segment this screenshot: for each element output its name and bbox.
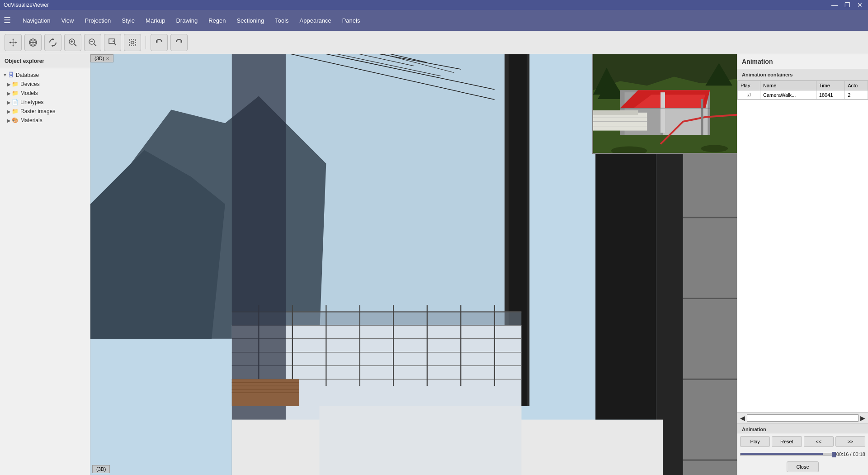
tree-item-linetypes[interactable]: ▶ 📄 Linetypes: [0, 98, 90, 107]
step-forward-button[interactable]: >>: [835, 436, 865, 447]
anim-row-name: CameraWalk...: [760, 90, 816, 100]
redo-button[interactable]: [170, 34, 188, 51]
viewport-tab: (3D) ✕: [90, 54, 113, 62]
materials-icon: 🎨: [12, 117, 19, 124]
anim-row-actors: 2: [845, 90, 868, 100]
object-explorer-panel: Object explorer ▼ 🗄 Database ▶ 📁 Devices…: [0, 54, 90, 475]
toolbar: [0, 31, 868, 54]
svg-rect-57: [232, 54, 286, 475]
zoom-out-button[interactable]: [84, 34, 101, 51]
viewport-thumbnail: [592, 54, 737, 154]
zoom-extents-button[interactable]: [124, 34, 141, 51]
animation-scroll-area: [737, 100, 868, 412]
viewport[interactable]: (3D) ✕: [90, 54, 737, 475]
thumbnail-svg: [593, 54, 737, 153]
menu-drawing[interactable]: Drawing: [171, 14, 202, 27]
animation-section-label: Animation: [737, 423, 868, 433]
svg-line-8: [94, 44, 96, 46]
pan-button[interactable]: [5, 34, 22, 51]
tree-item-materials[interactable]: ▶ 🎨 Materials: [0, 116, 90, 125]
menu-sectioning[interactable]: Sectioning: [232, 14, 269, 27]
tree-label-linetypes: Linetypes: [20, 99, 43, 105]
menu-regen[interactable]: Regen: [204, 14, 230, 27]
svg-rect-87: [701, 99, 703, 135]
tree-label-raster: Raster images: [20, 108, 55, 114]
animation-panel: Animation Animation containers Play Name…: [737, 54, 868, 475]
window-controls: — ❐ ✕: [830, 1, 864, 9]
anim-row-play[interactable]: ☑: [738, 90, 760, 100]
zoom-in-button[interactable]: [64, 34, 81, 51]
close-panel-button[interactable]: Close: [787, 461, 818, 472]
time-display: 00:16 / 00:18: [836, 451, 865, 457]
menu-view[interactable]: View: [57, 14, 78, 27]
timeline-right-arrow[interactable]: ▶: [860, 414, 865, 422]
separator-1: [146, 36, 146, 49]
progress-handle[interactable]: [832, 452, 836, 457]
tree-item-devices[interactable]: ▶ 📁 Devices: [0, 80, 90, 89]
expand-icon-linetypes: ▶: [7, 100, 11, 105]
menu-markup[interactable]: Markup: [141, 14, 170, 27]
animation-containers-label: Animation containers: [737, 69, 868, 81]
tree-label-devices: Devices: [20, 81, 40, 87]
animation-progress: 00:16 / 00:18: [737, 450, 868, 459]
animation-table-container: Play Name Time Acto ☑ CameraWalk... 1804…: [737, 81, 868, 100]
svg-rect-14: [129, 39, 136, 46]
reset-button[interactable]: Reset: [772, 436, 802, 447]
timeline-bar[interactable]: [747, 414, 859, 422]
models-icon: 📁: [12, 90, 19, 96]
svg-rect-30: [527, 54, 529, 406]
timeline-container: ◀ ▶: [737, 412, 868, 423]
anim-row-0[interactable]: ☑ CameraWalk... 18041 2: [738, 90, 868, 100]
col-time: Time: [816, 81, 844, 90]
tree-item-raster-images[interactable]: ▶ 📁 Raster images: [0, 107, 90, 116]
close-button[interactable]: ✕: [855, 1, 864, 9]
progress-bar[interactable]: [740, 453, 835, 456]
zoom-window-button[interactable]: [104, 34, 121, 51]
svg-rect-83: [593, 110, 638, 115]
rotate-button[interactable]: [44, 34, 61, 51]
database-icon: 🗄: [8, 71, 14, 78]
svg-point-86: [701, 145, 728, 152]
orbit-button[interactable]: [24, 34, 42, 51]
minimize-button[interactable]: —: [830, 1, 839, 9]
viewport-scene: (3D): [90, 54, 737, 475]
col-name: Name: [760, 81, 816, 90]
viewport-bottom-label: (3D): [92, 465, 110, 473]
linetypes-icon: 📄: [12, 99, 19, 105]
svg-rect-64: [319, 406, 521, 475]
undo-button[interactable]: [151, 34, 168, 51]
menu-appearance[interactable]: Appearance: [295, 14, 336, 27]
expand-icon-models: ▶: [7, 91, 11, 96]
progress-fill: [741, 453, 823, 455]
tree-label-models: Models: [20, 90, 38, 96]
tree-item-models[interactable]: ▶ 📁 Models: [0, 89, 90, 98]
timeline-left-arrow[interactable]: ◀: [740, 414, 745, 422]
main-layout: Object explorer ▼ 🗄 Database ▶ 📁 Devices…: [0, 54, 868, 475]
menu-tools[interactable]: Tools: [270, 14, 293, 27]
menubar: ☰ Navigation View Projection Style Marku…: [0, 10, 868, 31]
step-back-button[interactable]: <<: [804, 436, 834, 447]
maximize-button[interactable]: ❐: [843, 1, 852, 9]
expand-icon-devices: ▶: [7, 82, 11, 87]
tree-item-database[interactable]: ▼ 🗄 Database: [0, 70, 90, 80]
svg-line-4: [74, 44, 76, 46]
menu-style[interactable]: Style: [117, 14, 139, 27]
tree-container: ▼ 🗄 Database ▶ 📁 Devices ▶ 📁 Models ▶ 📄 …: [0, 68, 90, 475]
menu-panels[interactable]: Panels: [338, 14, 365, 27]
app-title: OdVisualizeViewer: [4, 2, 49, 8]
play-button[interactable]: Play: [740, 436, 770, 447]
viewport-tab-close[interactable]: ✕: [106, 56, 109, 61]
expand-icon-raster: ▶: [7, 109, 11, 114]
timeline-scroll: ◀ ▶: [740, 414, 865, 422]
anim-row-time: 18041: [816, 90, 844, 100]
expand-icon-materials: ▶: [7, 118, 11, 123]
menu-projection[interactable]: Projection: [80, 14, 115, 27]
viewport-tab-label: (3D): [94, 56, 104, 61]
svg-rect-84: [660, 92, 665, 133]
hamburger-menu[interactable]: ☰: [4, 15, 11, 25]
raster-images-icon: 📁: [12, 108, 19, 114]
svg-line-11: [114, 43, 116, 45]
titlebar: OdVisualizeViewer — ❐ ✕: [0, 0, 868, 10]
object-explorer-title: Object explorer: [0, 54, 90, 68]
menu-navigation[interactable]: Navigation: [18, 14, 55, 27]
